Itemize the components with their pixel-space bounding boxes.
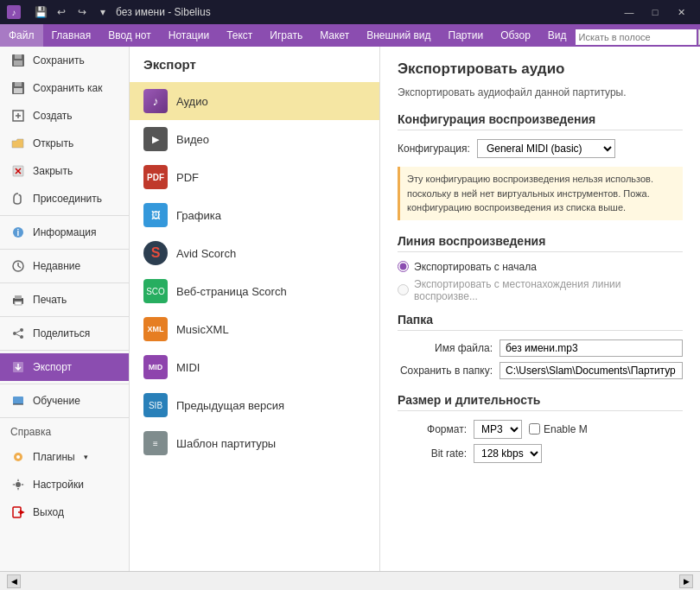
qa-redo-btn[interactable]: ↪	[73, 3, 92, 22]
export-item-scorch[interactable]: S Avid Scorch	[130, 234, 379, 272]
sidebar-item-save-as[interactable]: Сохранить как	[0, 74, 129, 102]
menu-appearance[interactable]: Внешний вид	[358, 24, 439, 47]
qa-more-btn[interactable]: ▾	[93, 3, 112, 22]
menu-layout[interactable]: Макет	[311, 24, 358, 47]
save-icon	[10, 53, 26, 68]
export-item-midi[interactable]: MID MIDI	[130, 348, 379, 386]
size-section: Формат: MP3 WAV AIFF Enable M Bit rate: …	[398, 420, 683, 463]
savepath-input[interactable]	[500, 362, 683, 379]
sidebar-item-close[interactable]: Закрыть	[0, 157, 129, 185]
bitrate-select[interactable]: 128 kbps 192 kbps 256 kbps 320 kbps	[474, 444, 542, 463]
export-label-musicxml: MusicXML	[176, 323, 229, 336]
menu-parts[interactable]: Партии	[440, 24, 493, 47]
radio-from-start: Экспортировать с начала	[398, 261, 683, 273]
audio-icon: ♪	[143, 89, 168, 113]
sidebar: Сохранить Сохранить как Создать Открыть …	[0, 47, 130, 571]
info-icon: i	[10, 225, 26, 240]
sidebar-label-export: Экспорт	[33, 361, 72, 373]
sidebar-item-attach[interactable]: Присоединить	[0, 185, 129, 213]
search-input[interactable]	[579, 32, 674, 42]
export-label-template: Шаблон партитуры	[176, 437, 276, 450]
minimize-btn[interactable]: —	[617, 3, 641, 21]
export-item-prev[interactable]: SIB Предыдущая версия	[130, 386, 379, 424]
radio-group-playback: Экспортировать с начала Экспортировать с…	[398, 261, 683, 302]
export-label-prev: Предыдущая версия	[176, 399, 284, 412]
export-item-graphic[interactable]: 🖼 Графика	[130, 196, 379, 234]
xml-icon: XML	[143, 317, 168, 341]
maximize-btn[interactable]: □	[643, 3, 667, 21]
export-label-pdf: PDF	[176, 171, 199, 184]
window-controls: — □ ✕	[617, 3, 693, 21]
svg-rect-1	[15, 54, 22, 59]
share-icon	[10, 326, 26, 341]
export-label-midi: MIDI	[176, 361, 200, 374]
sidebar-item-open[interactable]: Открыть	[0, 130, 129, 157]
menu-input[interactable]: Ввод нот	[99, 24, 160, 47]
export-item-musicxml[interactable]: XML MusicXML	[130, 310, 379, 348]
sidebar-item-print[interactable]: Печать	[0, 286, 129, 314]
main-layout: Сохранить Сохранить как Создать Открыть …	[0, 47, 700, 571]
folder-section: Имя файла: Сохранить в папку:	[398, 339, 683, 379]
sidebar-item-share[interactable]: Поделиться	[0, 320, 129, 347]
close-btn[interactable]: ✕	[669, 3, 693, 21]
radio-from-position-label: Экспортировать с местонахождения линии в…	[414, 278, 683, 302]
filename-input[interactable]	[500, 339, 683, 357]
export-item-video[interactable]: ▶ Видео	[130, 120, 379, 158]
export-item-template[interactable]: ≡ Шаблон партитуры	[130, 424, 379, 462]
sidebar-label-print: Печать	[33, 294, 67, 306]
statusbar-left-btn[interactable]: ◀	[7, 574, 21, 588]
sidebar-item-learning[interactable]: Обучение	[0, 387, 129, 415]
learning-icon	[10, 393, 26, 409]
radio-from-start-label: Экспортировать с начала	[414, 261, 537, 273]
sidebar-item-export[interactable]: Экспорт	[0, 353, 129, 381]
export-label-audio: Аудио	[176, 95, 208, 108]
export-item-pdf[interactable]: PDF PDF	[130, 158, 379, 196]
radio-from-start-input[interactable]	[398, 261, 409, 272]
radio-from-position-input[interactable]	[398, 284, 409, 295]
config-select[interactable]: General MIDI (basic)	[477, 139, 615, 158]
menu-file[interactable]: Файл	[0, 24, 43, 47]
titlebar: ♪ 💾 ↩ ↪ ▾ без имени - Sibelius — □ ✕	[0, 0, 700, 24]
sidebar-item-exit[interactable]: Выход	[0, 498, 129, 526]
savepath-row: Сохранить в папку:	[398, 362, 683, 379]
enable-m-checkbox[interactable]	[529, 423, 540, 435]
filename-row: Имя файла:	[398, 339, 683, 357]
close-doc-icon	[10, 163, 26, 179]
format-select[interactable]: MP3 WAV AIFF	[474, 420, 522, 439]
statusbar-right-btn[interactable]: ▶	[679, 574, 693, 588]
menu-text[interactable]: Текст	[218, 24, 261, 47]
export-item-web[interactable]: SCO Веб-страница Scorch	[130, 272, 379, 310]
right-panel: Экспортировать аудио Экспортировать ауди…	[380, 47, 700, 571]
menu-play[interactable]: Играть	[261, 24, 311, 47]
midi-icon: MID	[143, 355, 168, 379]
svg-line-23	[16, 331, 20, 333]
sidebar-section-help: Справка	[0, 421, 129, 443]
sidebar-item-recent[interactable]: Недавние	[0, 252, 129, 280]
sidebar-item-settings[interactable]: Настройки	[0, 471, 129, 498]
size-section-title: Размер и длительность	[398, 393, 683, 411]
svg-rect-5	[14, 88, 22, 93]
menu-notation[interactable]: Нотации	[160, 24, 218, 47]
sidebar-label-recent: Недавние	[33, 260, 80, 272]
plugin-arrow-icon: ▾	[84, 453, 88, 461]
recent-icon	[10, 258, 26, 274]
qa-undo-btn[interactable]: ↩	[52, 3, 71, 22]
sidebar-divider-1	[0, 215, 129, 216]
sidebar-label-save: Сохранить	[33, 54, 85, 67]
menu-review[interactable]: Обзор	[492, 24, 539, 47]
export-label-web: Веб-страница Scorch	[176, 285, 287, 298]
sidebar-item-info[interactable]: i Информация	[0, 219, 129, 246]
export-label-video: Видео	[176, 133, 209, 146]
export-item-audio[interactable]: ♪ Аудио	[130, 82, 379, 120]
sidebar-item-save[interactable]: Сохранить	[0, 47, 129, 74]
sidebar-label-close: Закрыть	[33, 165, 73, 177]
video-icon: ▶	[143, 127, 168, 151]
menu-view[interactable]: Вид	[539, 24, 576, 47]
sidebar-item-create[interactable]: Создать	[0, 102, 129, 130]
plugin-icon	[10, 449, 26, 465]
qa-save-btn[interactable]: 💾	[31, 3, 50, 22]
export-label-graphic: Графика	[176, 209, 221, 222]
menu-main[interactable]: Главная	[43, 24, 100, 47]
export-label-scorch: Avid Scorch	[176, 247, 236, 260]
sidebar-item-plugins[interactable]: Плагины ▾	[0, 443, 129, 471]
